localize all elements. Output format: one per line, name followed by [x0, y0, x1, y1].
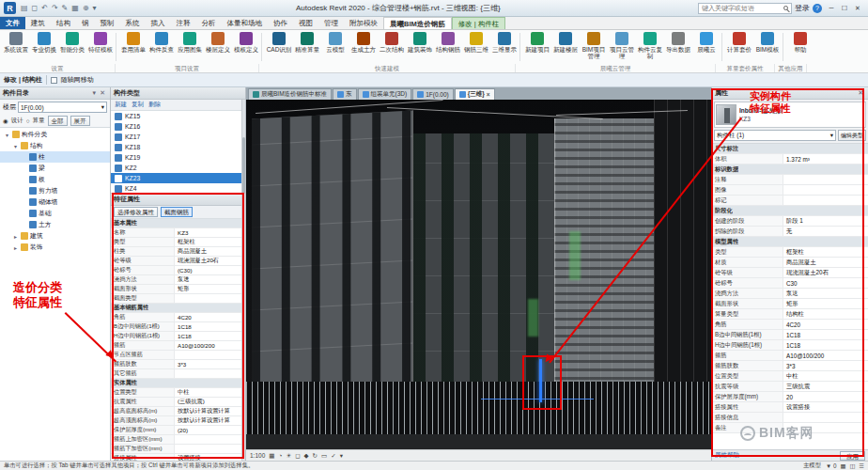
ribbon-button[interactable]: 新建项目: [523, 30, 551, 64]
expand-icon[interactable]: ▾: [4, 132, 10, 138]
ribbon-tab[interactable]: 管理: [318, 17, 344, 29]
catalog-tree-item[interactable]: ▾ 结构: [0, 140, 110, 151]
ribbon-button[interactable]: 结构钢筋: [434, 30, 462, 64]
type-list-item[interactable]: KZ18: [111, 142, 245, 152]
view-control-icon[interactable]: ✓: [331, 452, 335, 460]
property-row[interactable]: 拆除的阶段 无: [712, 227, 868, 237]
properties-help-link[interactable]: 属性帮助: [715, 451, 739, 460]
section-rebar-tab[interactable]: 截面钢筋: [161, 207, 193, 217]
quick-access-icon[interactable]: ✎: [60, 4, 70, 12]
ribbon-button[interactable]: [116, 33, 118, 61]
property-row[interactable]: 箍筋肢数 3*3: [712, 361, 868, 371]
property-row[interactable]: 阶段化: [712, 206, 868, 216]
help-icon[interactable]: ?: [813, 4, 822, 13]
search-box[interactable]: [698, 3, 792, 14]
property-row[interactable]: B边中间钢筋(1根) 1C18: [712, 330, 868, 340]
all-button[interactable]: 全部: [48, 116, 68, 126]
property-row[interactable]: 类型 框架柱: [111, 238, 245, 247]
ribbon-tab[interactable]: 结构: [51, 17, 76, 29]
ribbon-button[interactable]: 云模型: [321, 30, 349, 64]
catalog-tree-item[interactable]: 基础: [0, 208, 110, 219]
property-row[interactable]: 柱类 商品混凝土: [111, 247, 245, 257]
close-icon[interactable]: ✕: [856, 89, 865, 97]
type-list-item[interactable]: KZ23: [111, 173, 245, 183]
ribbon-button[interactable]: [783, 33, 785, 61]
ribbon-button[interactable]: 系统设置: [2, 30, 30, 64]
property-row[interactable]: 砼标号 C30: [712, 278, 868, 289]
ribbon-group-label[interactable]: 快速建模: [259, 64, 516, 72]
modify-selected-tab[interactable]: 选择修改属性: [114, 207, 158, 217]
ribbon-tab[interactable]: 体量和场地: [222, 17, 269, 29]
scrollbar[interactable]: [241, 100, 245, 461]
property-row[interactable]: 箍筋肢数 3*3: [111, 360, 245, 369]
view-tab[interactable]: 晨曦BIM造价钢筋中标准 ×: [248, 88, 332, 100]
ribbon-tab[interactable]: 晨曦BIM造价钢筋: [383, 17, 452, 29]
close-view-icon[interactable]: ×: [487, 91, 490, 98]
ribbon-tab[interactable]: 预制: [95, 17, 120, 29]
catalog-tree-item[interactable]: ▾ 构件分类: [0, 129, 110, 140]
revit-logo-icon[interactable]: R: [4, 2, 16, 14]
catalog-tree-item[interactable]: 土方: [0, 219, 110, 230]
ribbon-button[interactable]: 楼层定义: [204, 30, 232, 64]
type-list-item[interactable]: KZ17: [111, 132, 245, 142]
apply-button[interactable]: 应用: [840, 451, 865, 461]
ribbon-button[interactable]: 项目云管理: [608, 30, 636, 64]
ribbon-tab[interactable]: 注释: [171, 17, 196, 29]
type-list-item[interactable]: KZ19: [111, 152, 245, 163]
property-row[interactable]: B边中间钢筋(1根) 1C18: [111, 322, 245, 332]
property-row[interactable]: 位置类型 中柱: [712, 371, 868, 382]
type-list-item[interactable]: KZ2: [111, 163, 245, 173]
ribbon-button[interactable]: 构件云复制: [636, 30, 664, 64]
ribbon-tab[interactable]: 修改 | 构件柱: [452, 17, 506, 29]
property-row[interactable]: 截面形状 矩形: [111, 285, 245, 294]
property-row[interactable]: 搭接属性 设置搭接: [712, 402, 868, 413]
catalog-tree-item[interactable]: 柱: [0, 151, 110, 163]
ribbon-button[interactable]: 建筑装饰: [406, 30, 434, 64]
property-row[interactable]: 箍筋 A10@100/200: [111, 341, 245, 351]
view-tab[interactable]: 1F(0.00) ×: [412, 88, 454, 100]
property-row[interactable]: 保护层厚度(mm) (20): [111, 426, 245, 435]
ribbon-button[interactable]: BIM项目管理: [580, 30, 608, 64]
view-control-icon[interactable]: ☀: [286, 452, 291, 460]
quick-access-icon[interactable]: ▾: [91, 4, 99, 12]
ribbon-button[interactable]: 专业切换: [30, 30, 58, 64]
view-control-icon[interactable]: ▾: [340, 452, 343, 460]
property-row[interactable]: 其它箍筋: [111, 369, 245, 379]
property-row[interactable]: 基本钢筋属性: [111, 304, 245, 313]
quantity-radio[interactable]: ○: [26, 118, 30, 124]
ribbon-group-label[interactable]: 项目设置: [116, 64, 259, 72]
ribbon-tab[interactable]: 文件: [0, 17, 25, 29]
ribbon-tab[interactable]: 钢: [76, 17, 95, 29]
property-row[interactable]: 实体属性: [111, 379, 245, 388]
ribbon-button[interactable]: 智能分类: [58, 30, 86, 64]
property-row[interactable]: 砼等级 现浇混凝土20石: [111, 257, 245, 266]
property-row[interactable]: 搭接信息: [712, 413, 868, 423]
catalog-tree-item[interactable]: 梁: [0, 163, 110, 174]
expand-icon[interactable]: ▾: [12, 143, 19, 149]
ribbon-group-label[interactable]: 晨曦云管理: [516, 64, 716, 72]
ribbon-button[interactable]: [519, 33, 522, 61]
ribbon-button[interactable]: 钢筋三维: [462, 30, 490, 64]
property-row[interactable]: 箍筋 A10@100/200: [712, 351, 868, 361]
ribbon-tab[interactable]: 附加模块: [344, 17, 383, 29]
type-list-item[interactable]: KZ4: [111, 183, 245, 194]
catalog-tree-item[interactable]: ▸ 建筑: [0, 230, 110, 242]
view-control-icon[interactable]: ◆: [304, 452, 309, 460]
property-row[interactable]: 超高顶面标高(m) 按默认计算设置计算: [111, 416, 245, 426]
catalog-tree-item[interactable]: 砌体墙: [0, 196, 110, 208]
type-selector[interactable]: Inbuild-柱-矩形 KZ3: [714, 102, 866, 128]
catalog-tree-item[interactable]: ▸ 装饰: [0, 242, 110, 253]
quick-access-icon[interactable]: ▦: [70, 4, 81, 12]
ribbon-button[interactable]: 精准算量: [293, 30, 321, 64]
ribbon-button[interactable]: 三维显示: [490, 30, 519, 64]
property-row[interactable]: 浇捣方法 泵送: [712, 289, 868, 299]
ribbon-button[interactable]: 特征模板: [86, 30, 115, 64]
property-row[interactable]: H边中间钢筋(1根) 1C18: [111, 332, 245, 341]
view-control-icon[interactable]: ◔: [278, 452, 282, 459]
property-row[interactable]: 箍筋上加密区(mm): [111, 435, 245, 445]
quick-access-icon[interactable]: ◻: [30, 4, 40, 12]
ribbon-tab[interactable]: 插入: [146, 17, 171, 29]
view-tab[interactable]: 组装单元(3D) ×: [358, 88, 412, 100]
design-radio[interactable]: ◉: [3, 118, 8, 125]
property-row[interactable]: 材质 商品混凝土: [712, 258, 868, 268]
